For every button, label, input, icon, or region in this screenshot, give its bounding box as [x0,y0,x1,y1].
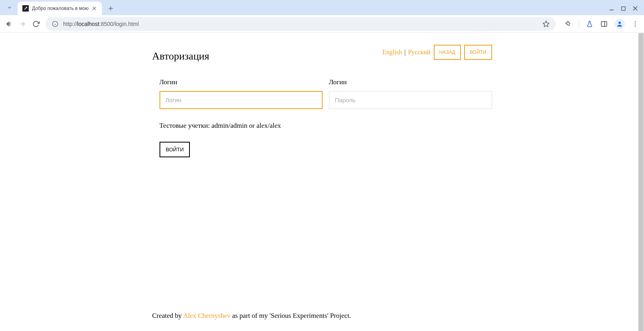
svg-point-11 [635,25,636,26]
credentials-hint: Тестовые учетки: admin/admin or alex/ale… [152,122,492,130]
close-window-icon[interactable] [633,6,638,12]
header-login-button[interactable]: ВОЙТИ [464,45,492,60]
profile-avatar-icon[interactable] [614,19,625,29]
tab-search-dropdown[interactable] [4,2,15,13]
address-bar[interactable]: http://localhost:8500/login.html [46,17,556,31]
forward-icon [18,20,26,28]
toolbar-separator [579,20,579,28]
login-input[interactable] [160,91,323,109]
password-field-group: Логин [329,78,492,109]
submit-login-button[interactable]: ВОЙТИ [160,142,190,157]
page-footer: Created by Alex Chernyshev as part of my… [152,312,492,320]
page-header: Авторизация English | Русский НАЗАД ВОЙТ… [152,45,492,62]
svg-rect-0 [622,7,625,10]
side-panel-icon[interactable] [600,20,608,28]
svg-marker-5 [543,21,549,26]
site-info-icon[interactable] [51,20,59,28]
login-form-row: Логин Логин [152,78,492,109]
password-label: Логин [329,78,492,86]
scrollbar-vertical[interactable] [638,33,644,331]
footer-prefix: Created by [152,312,183,319]
language-english-link[interactable]: English [383,49,402,56]
window-controls [609,6,640,12]
footer-suffix: as part of my 'Serious Experiments' Proj… [230,312,351,319]
tab-close-icon[interactable] [92,6,97,11]
tab-title: Добро пожаловать в мою [32,6,88,11]
back-icon[interactable] [5,20,13,28]
labs-flask-icon[interactable] [586,20,594,28]
reload-icon[interactable] [32,20,40,28]
login-field-group: Логин [160,78,323,109]
language-russian-link[interactable]: Русский [408,49,431,56]
minimize-icon[interactable] [609,6,614,12]
svg-point-9 [635,21,636,22]
kebab-menu-icon[interactable] [631,20,639,28]
page-viewport: Авторизация English | Русский НАЗАД ВОЙТ… [0,33,644,331]
svg-rect-6 [601,22,607,26]
browser-tab-active[interactable]: Добро пожаловать в мою [18,2,102,15]
svg-point-8 [618,22,621,24]
language-separator: | [404,49,405,56]
url-text: http://localhost:8500/login.html [63,21,538,27]
login-label: Логин [160,78,323,86]
new-tab-button[interactable] [105,3,116,14]
browser-tab-strip: Добро пожаловать в мою [0,0,644,15]
svg-point-10 [635,23,636,24]
page-title: Авторизация [152,50,209,62]
header-actions: English | Русский НАЗАД ВОЙТИ [383,45,492,60]
footer-author-link[interactable]: Alex Chernyshev [183,312,231,319]
browser-toolbar: http://localhost:8500/login.html [0,15,644,33]
scrollbar-thumb[interactable] [638,33,644,331]
tab-favicon-icon [22,5,29,12]
extensions-icon[interactable] [564,20,572,28]
maximize-icon[interactable] [621,6,626,12]
bookmark-star-icon[interactable] [542,20,550,28]
password-input[interactable] [329,91,492,109]
back-button[interactable]: НАЗАД [434,45,461,60]
